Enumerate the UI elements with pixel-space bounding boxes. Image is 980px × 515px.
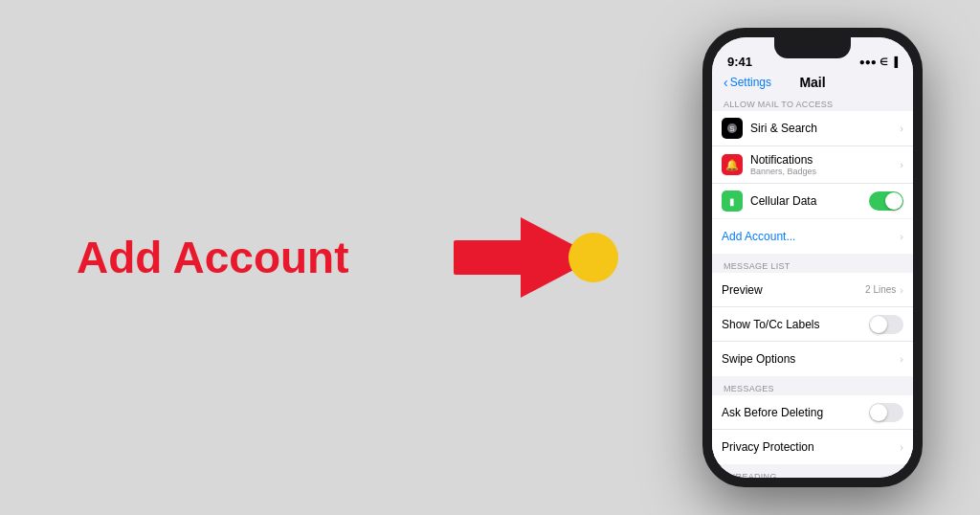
add-account-item[interactable]: Add Account... › [712,219,913,254]
status-time: 9:41 [727,55,752,69]
item-content: Show To/Cc Labels [722,318,869,331]
item-right: › [900,159,903,170]
yellow-circle [568,233,618,282]
item-label: Notifications [750,153,900,167]
bar-chart-icon: ▮ [729,196,735,207]
add-account-label: Add Account [77,232,349,283]
back-label: Settings [730,76,771,89]
messages-group: Ask Before Deleting Privacy Protection [712,395,913,464]
toggle-thumb [885,192,902,210]
bell-icon: 🔔 [725,159,739,171]
item-right: › [900,231,903,242]
list-item[interactable]: Ask Before Deleting [712,395,913,430]
allow-mail-group: S Siri & Search › 🔔 [712,111,913,218]
item-right: 2 Lines › [865,284,903,296]
item-right [869,403,903,422]
list-item[interactable]: Preview 2 Lines › [712,273,913,307]
add-account-label-item: Add Account... [722,230,900,243]
arrow-container [454,217,597,298]
cellular-icon: ▮ [722,190,743,212]
item-right: › [900,441,903,453]
item-label: Swipe Options [722,352,900,366]
item-right: › [900,353,903,365]
item-label: Show To/Cc Labels [722,318,869,331]
chevron-icon: › [900,441,903,453]
item-label: Siri & Search [750,122,900,135]
message-list-group: Preview 2 Lines › Show To/Cc Labels [712,273,913,376]
item-content: Ask Before Deleting [722,406,869,419]
wifi-icon: ∈ [880,56,888,67]
phone: 9:41 ●●● ∈ ▐ ‹ Settings Mail ALLOW MAIL … [702,28,923,487]
cellular-toggle[interactable] [869,191,903,211]
chevron-icon: › [900,353,903,365]
arrow-head [521,217,597,298]
scene: Add Account 9:41 ●●● ∈ ▐ [0,0,980,515]
nav-title: Mail [799,75,825,90]
siri-icon: S [722,118,743,139]
list-item[interactable]: Privacy Protection › [712,430,913,464]
item-content: Notifications Banners, Badges [750,153,900,176]
chevron-icon: › [900,284,903,296]
section-header-allow: ALLOW MAIL TO ACCESS [712,96,913,111]
item-label: Ask Before Deleting [722,406,869,419]
back-button[interactable]: ‹ Settings [724,75,771,90]
item-sublabel: Banners, Badges [750,167,900,176]
item-content: Add Account... [722,230,900,243]
item-right: › [900,123,903,134]
item-label: Preview [722,283,865,297]
item-label: Cellular Data [750,194,869,208]
section-header-message-list: MESSAGE LIST [712,254,913,273]
list-item[interactable]: Swipe Options › [712,342,913,376]
list-item[interactable]: Show To/Cc Labels [712,307,913,342]
section-header-threading: THREADING [712,464,913,478]
list-item[interactable]: ▮ Cellular Data [712,184,913,218]
ask-delete-toggle[interactable] [869,403,903,422]
phone-screen: 9:41 ●●● ∈ ▐ ‹ Settings Mail ALLOW MAIL … [712,37,913,478]
notif-icon: 🔔 [722,154,743,175]
status-icons: ●●● ∈ ▐ [859,56,898,67]
section-header-messages: MESSAGES [712,376,913,395]
nav-bar: ‹ Settings Mail [712,73,913,96]
show-tocc-toggle[interactable] [869,315,903,334]
list-item[interactable]: S Siri & Search › [712,111,913,146]
item-label: Privacy Protection [722,440,900,454]
back-chevron-icon: ‹ [724,75,728,90]
item-content: Siri & Search [750,122,900,135]
chevron-icon: › [900,231,903,242]
item-right [869,191,903,211]
toggle-thumb [870,316,887,333]
item-content: Privacy Protection [722,440,900,454]
svg-text:S: S [729,124,734,133]
toggle-thumb [870,404,887,421]
item-content: Cellular Data [750,194,869,208]
chevron-icon: › [900,123,903,134]
add-account-group: Add Account... › [712,219,913,254]
item-right [869,315,903,334]
list-item[interactable]: 🔔 Notifications Banners, Badges › [712,146,913,184]
item-content: Swipe Options [722,352,900,366]
chevron-icon: › [900,159,903,170]
item-content: Preview [722,283,865,297]
settings-scroll[interactable]: ALLOW MAIL TO ACCESS S Siri & Search › [712,96,913,478]
preview-value: 2 Lines [865,284,896,295]
notch [774,37,851,58]
battery-icon: ▐ [891,56,898,67]
signal-icon: ●●● [859,56,877,67]
